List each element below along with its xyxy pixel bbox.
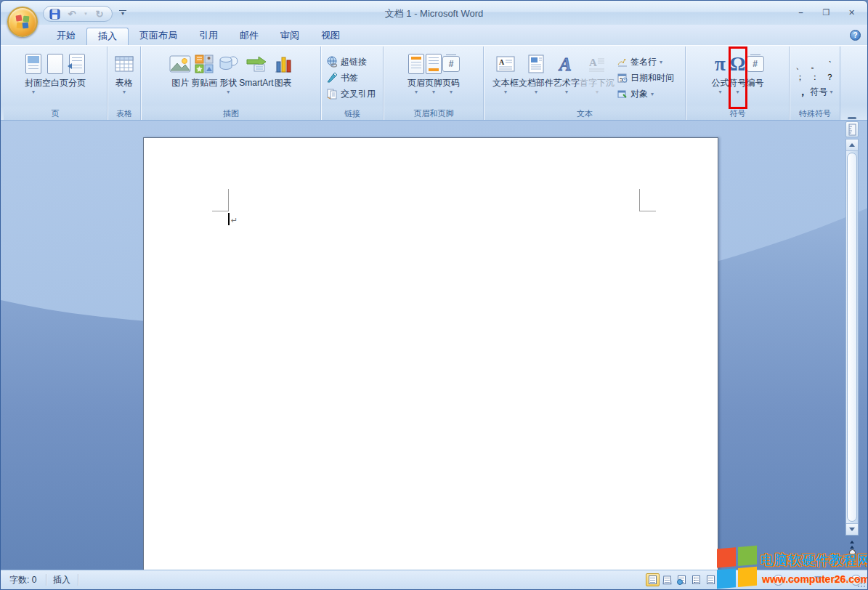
scrollbar-thumb[interactable]: [847, 153, 857, 522]
bookmark-icon: [326, 72, 338, 84]
svg-text:A: A: [558, 54, 572, 74]
page-number-button[interactable]: # 页码: [442, 48, 460, 108]
special-symbol-2[interactable]: 。: [810, 60, 821, 71]
tab-mailings[interactable]: 邮件: [229, 28, 269, 45]
number-icon: #: [747, 56, 764, 72]
print-layout-icon: [649, 575, 657, 584]
separator: [78, 574, 78, 586]
tab-insert[interactable]: 插入: [86, 28, 129, 45]
draft-view-button[interactable]: [704, 573, 718, 586]
group-label-text: 文本: [484, 108, 685, 120]
picture-icon: [169, 54, 191, 73]
header-button[interactable]: 页眉: [407, 48, 425, 108]
view-mode-buttons: [646, 573, 718, 586]
scroll-up-button[interactable]: [846, 140, 858, 151]
next-page-button[interactable]: [845, 557, 859, 567]
previous-page-button[interactable]: [845, 538, 859, 548]
tab-review[interactable]: 审阅: [269, 28, 310, 45]
textbox-icon: A: [496, 54, 515, 73]
zoom-out-button[interactable]: [773, 575, 784, 586]
signature-line-button[interactable]: 签名行: [615, 54, 677, 70]
paragraph-mark-icon: ↵: [231, 216, 238, 225]
split-window-handle[interactable]: [848, 117, 856, 119]
shapes-button[interactable]: 形状: [217, 48, 239, 108]
office-button[interactable]: [7, 7, 38, 37]
vertical-scrollbar[interactable]: [845, 139, 859, 536]
arrow-down-icon: [849, 528, 855, 534]
chart-button[interactable]: 图表: [274, 48, 293, 108]
date-time-button[interactable]: 5 日期和时间: [615, 70, 677, 86]
hyperlink-button[interactable]: 超链接: [323, 54, 381, 70]
number-button[interactable]: # 编号: [747, 48, 764, 108]
double-down-arrow-icon: [850, 562, 854, 567]
wordart-button[interactable]: A 艺术字: [553, 48, 580, 108]
special-symbol-4[interactable]: ；: [795, 72, 806, 83]
office-logo-icon: [16, 15, 29, 28]
tab-home[interactable]: 开始: [46, 28, 86, 45]
page-break-button[interactable]: 分页: [68, 48, 86, 108]
smartart-button[interactable]: SmartArt: [239, 48, 273, 108]
ruler-toggle-button[interactable]: [845, 121, 859, 137]
close-button[interactable]: [842, 6, 861, 19]
object-button[interactable]: 对象: [615, 86, 677, 102]
outline-view-button[interactable]: [689, 573, 703, 586]
footer-button[interactable]: 页脚: [425, 48, 442, 108]
equation-button[interactable]: π 公式: [712, 48, 729, 108]
web-layout-icon: [678, 575, 686, 584]
ribbon-group-illustrations: 图片 剪贴画 形状 S: [141, 47, 321, 120]
ribbon-group-links: 超链接 书签 交叉引用 链接: [321, 47, 384, 120]
quick-parts-icon: [527, 54, 545, 73]
cover-page-button[interactable]: 封面: [25, 48, 42, 108]
svg-text:A: A: [589, 57, 597, 68]
scroll-down-button[interactable]: [846, 523, 858, 535]
picture-button[interactable]: 图片: [169, 48, 191, 108]
outline-view-icon: [692, 575, 700, 584]
table-icon: [115, 55, 134, 73]
equation-icon: π: [715, 53, 726, 75]
clipart-button[interactable]: 剪贴画: [191, 48, 217, 108]
double-up-arrow-icon: [850, 543, 854, 549]
dropdown-arrow-icon: [596, 89, 599, 95]
maximize-button[interactable]: [816, 6, 836, 19]
tab-view[interactable]: 视图: [310, 28, 351, 45]
select-browse-object-button[interactable]: [849, 549, 856, 556]
text-cursor: [228, 213, 230, 225]
fullscreen-reading-view-button[interactable]: [660, 573, 674, 586]
document-area: ↵: [1, 121, 867, 570]
insert-mode[interactable]: 插入: [47, 573, 76, 587]
clipart-icon: [195, 54, 214, 73]
quick-parts-button[interactable]: 文档部件: [519, 48, 553, 108]
more-symbols-button[interactable]: ， 符号 ▾: [792, 83, 838, 99]
bookmark-button[interactable]: 书签: [323, 70, 381, 86]
print-layout-view-button[interactable]: [646, 573, 660, 586]
blank-page-button[interactable]: 空白页: [42, 48, 68, 108]
drop-cap-button[interactable]: A 首字下沉: [580, 48, 615, 108]
special-symbol-6[interactable]: ？: [824, 72, 835, 83]
resize-grip[interactable]: [858, 580, 865, 587]
help-button[interactable]: [850, 30, 861, 41]
ribbon-group-pages: 封面 空白页 分页 页: [4, 47, 108, 120]
web-layout-view-button[interactable]: [675, 573, 689, 586]
zoom-slider-handle[interactable]: [814, 576, 822, 584]
word-count[interactable]: 字数: 0: [4, 573, 42, 587]
group-label-pages: 页: [4, 108, 107, 120]
tab-references[interactable]: 引用: [188, 28, 229, 45]
cross-reference-button[interactable]: 交叉引用: [323, 86, 381, 102]
ribbon-group-special-symbols: 、 。 ˋ ； ： ？ ， 符号 ▾ 特殊符号: [790, 47, 840, 120]
document-page[interactable]: ↵: [143, 137, 718, 570]
reading-view-icon: [663, 576, 672, 585]
tab-page-layout[interactable]: 页面布局: [129, 28, 188, 45]
ribbon-group-tables: 表格 表格: [108, 47, 141, 120]
special-symbol-1[interactable]: 、: [795, 60, 806, 71]
symbol-button[interactable]: Ω 符号: [729, 48, 747, 108]
table-button[interactable]: 表格: [115, 48, 134, 108]
special-symbol-5[interactable]: ：: [810, 72, 821, 83]
ribbon-tab-row: 开始 插入 页面布局 引用 邮件 审阅 视图: [1, 25, 867, 45]
status-bar: 字数: 0 插入: [1, 570, 867, 589]
textbox-button[interactable]: A 文本框: [492, 48, 519, 108]
title-bar: 文档 1 - Microsoft Word: [1, 1, 867, 25]
special-symbol-3[interactable]: ˋ: [824, 60, 835, 71]
arrow-up-icon: [849, 140, 855, 147]
group-label-special-symbols: 特殊符号: [790, 108, 840, 120]
minimize-button[interactable]: [791, 6, 811, 19]
